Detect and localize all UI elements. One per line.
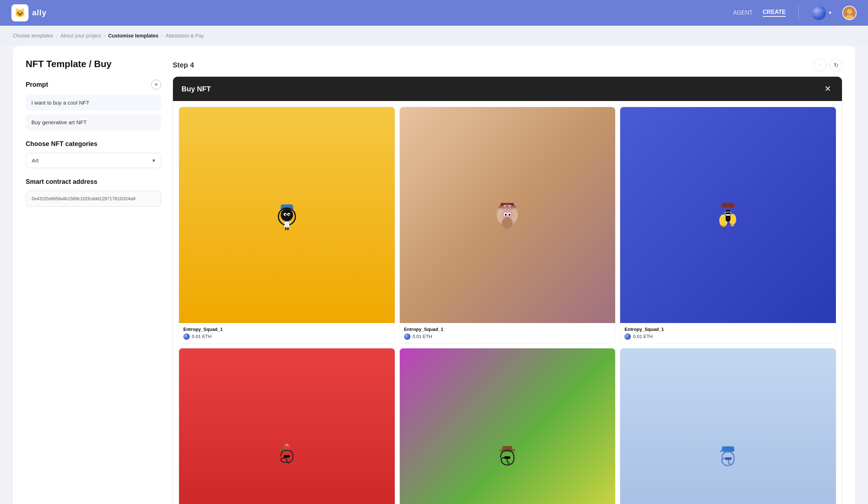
contract-address: 0x431f2e665fa4b1589c102fcddd129717610324… xyxy=(26,191,161,207)
eth-icon-3 xyxy=(624,333,631,340)
categories-select[interactable]: Art Collectibles Music Photography Sport… xyxy=(26,153,161,168)
nft-image-5 xyxy=(400,348,616,504)
globe-dropdown[interactable]: ▼ xyxy=(812,6,832,20)
nft-name-3: Entropy_Squad_1 xyxy=(624,327,832,332)
svg-point-23 xyxy=(504,205,505,206)
svg-point-39 xyxy=(730,225,735,226)
categories-select-wrapper: Art Collectibles Music Photography Sport… xyxy=(26,153,161,168)
svg-point-1 xyxy=(847,9,852,14)
breadcrumb-sep-3: › xyxy=(161,33,163,39)
nft-price-2: 0.01 ETH xyxy=(404,333,611,340)
svg-point-10 xyxy=(288,214,290,215)
breadcrumb-choose-templates[interactable]: Choose templates xyxy=(13,33,53,39)
nav-arrows: ‹ ↻ xyxy=(814,59,842,71)
globe-icon xyxy=(812,6,826,20)
nft-image-1 xyxy=(179,107,395,323)
header: 🐱 ally AGENT CREATE ▼ xyxy=(0,0,868,26)
nav-agent[interactable]: AGENT xyxy=(733,10,752,16)
prompt-label: Prompt + xyxy=(26,80,161,90)
nft-card-6[interactable] xyxy=(620,348,836,504)
svg-point-5 xyxy=(281,209,293,221)
nft-name-2: Entropy_Squad_1 xyxy=(404,327,611,332)
content-card: NFT Template / Buy Prompt + I want to bu… xyxy=(13,46,855,504)
breadcrumb-about-project[interactable]: About your project xyxy=(60,33,101,39)
header-nav: AGENT CREATE ▼ xyxy=(733,6,857,20)
breadcrumb-attestation-pay[interactable]: Attestation & Pay xyxy=(165,33,204,39)
nav-create[interactable]: CREATE xyxy=(763,9,786,17)
nft-name-1: Entropy_Squad_1 xyxy=(183,327,390,332)
svg-rect-46 xyxy=(284,455,290,458)
nft-card-3[interactable]: Entropy_Squad_1 0.01 ETH xyxy=(620,107,836,344)
contract-section: Smart contract address 0x431f2e665fa4b15… xyxy=(26,178,161,207)
breadcrumb-sep-1: › xyxy=(56,33,57,39)
svg-point-38 xyxy=(722,225,726,227)
nft-grid: Entropy_Squad_1 0.01 ETH xyxy=(173,101,842,504)
breadcrumb-sep-2: › xyxy=(104,33,105,39)
svg-point-29 xyxy=(509,214,510,216)
nft-card-2-info: Entropy_Squad_1 0.01 ETH xyxy=(400,323,616,343)
panel-title: NFT Template / Buy xyxy=(26,59,161,70)
breadcrumb: Choose templates › About your project › … xyxy=(0,26,868,46)
left-panel: NFT Template / Buy Prompt + I want to bu… xyxy=(26,59,161,504)
right-panel: Step 4 ‹ ↻ Buy NFT ✕ xyxy=(173,59,842,504)
svg-rect-31 xyxy=(722,203,734,207)
nft-image-6 xyxy=(620,348,836,504)
step-header: Step 4 ‹ ↻ xyxy=(173,59,842,71)
nft-card-1-info: Entropy_Squad_1 0.01 ETH xyxy=(179,323,395,343)
nav-next-button[interactable]: ↻ xyxy=(829,59,842,71)
svg-point-21 xyxy=(502,217,513,228)
nav-prev-button[interactable]: ‹ xyxy=(814,59,827,71)
svg-point-45 xyxy=(286,443,288,446)
nft-card-5[interactable] xyxy=(399,348,616,504)
svg-rect-14 xyxy=(285,227,286,230)
nft-image-2 xyxy=(400,107,616,323)
logo-icon: 🐱 xyxy=(11,4,29,21)
main-content: NFT Template / Buy Prompt + I want to bu… xyxy=(0,46,868,504)
chevron-down-icon: ▼ xyxy=(828,10,832,15)
add-prompt-button[interactable]: + xyxy=(151,80,161,90)
categories-section: Choose NFT categories Art Collectibles M… xyxy=(26,140,161,168)
svg-point-28 xyxy=(505,214,507,216)
prompt-section: Prompt + I want to buy a cool NFT Buy ge… xyxy=(26,80,161,130)
nft-modal-header: Buy NFT ✕ xyxy=(173,77,842,101)
logo-text: ally xyxy=(32,8,47,17)
svg-point-25 xyxy=(509,205,510,206)
svg-rect-53 xyxy=(720,450,725,452)
svg-rect-54 xyxy=(725,457,732,460)
nft-card-4[interactable] xyxy=(179,348,395,504)
svg-rect-13 xyxy=(288,222,291,223)
step-label: Step 4 xyxy=(173,61,194,69)
eth-icon-2 xyxy=(404,333,410,340)
breadcrumb-customise-templates[interactable]: Customise templates xyxy=(108,33,158,39)
nft-card-3-info: Entropy_Squad_1 0.01 ETH xyxy=(620,323,836,343)
nft-card-1[interactable]: Entropy_Squad_1 0.01 ETH xyxy=(179,107,395,344)
eth-icon-1 xyxy=(183,333,190,340)
nft-modal-title: Buy NFT xyxy=(182,85,211,93)
user-avatar[interactable] xyxy=(842,6,857,20)
prompt-item-2: Buy generative art NFT xyxy=(26,114,161,130)
nft-image-3 xyxy=(620,107,836,323)
logo-area: 🐱 ally xyxy=(11,4,47,21)
nft-modal: Buy NFT ✕ xyxy=(173,76,842,504)
modal-close-button[interactable]: ✕ xyxy=(822,83,833,95)
svg-rect-50 xyxy=(504,456,510,459)
cat-emoji: 🐱 xyxy=(15,8,25,18)
nft-card-2[interactable]: Entropy_Squad_1 0.01 ETH xyxy=(399,107,616,344)
nft-price-3: 0.01 ETH xyxy=(624,333,832,340)
svg-rect-12 xyxy=(282,222,286,223)
header-divider xyxy=(798,6,799,20)
nft-price-1: 0.01 ETH xyxy=(183,333,390,340)
svg-point-9 xyxy=(285,214,286,215)
categories-label: Choose NFT categories xyxy=(26,140,161,148)
contract-label: Smart contract address xyxy=(26,178,161,186)
svg-rect-15 xyxy=(287,227,289,230)
prompt-item-1: I want to buy a cool NFT xyxy=(26,95,161,111)
nft-image-4 xyxy=(179,348,395,504)
